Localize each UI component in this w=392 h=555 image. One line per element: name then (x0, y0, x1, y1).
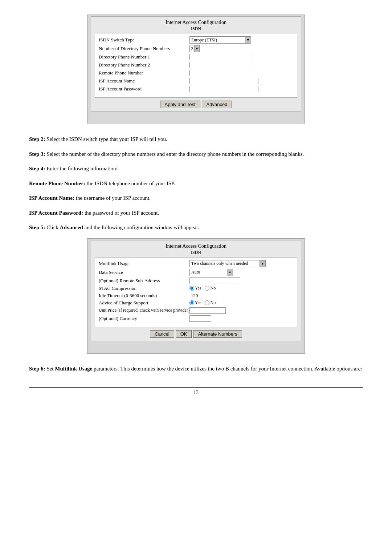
dialog2-body: Multilink Usage Two channels only when n… (95, 258, 297, 327)
step2-label: Step 2: (29, 136, 45, 142)
label-isp-name: ISP Account Name (99, 78, 189, 84)
step3-para: Step 3: Select the number of the directo… (29, 150, 363, 158)
data-service-arrow[interactable]: ▼ (227, 269, 233, 276)
label-isdn-switch: ISDN Switch Type (99, 37, 189, 43)
stac-yes-radio[interactable] (189, 286, 194, 291)
dialog1-wrapper: Internet Access Configuration ISDN ISDN … (87, 15, 305, 124)
label-stac: STAC Compression (99, 285, 189, 291)
step4-para: Step 4: Enter the following information: (29, 165, 363, 173)
isp-name-label: ISP Account Name: (29, 195, 74, 201)
step6-para: Step 6: Set Multilink Usage parameters. … (29, 365, 363, 373)
step2-para: Step 2: Select the ISDN switch type that… (29, 135, 363, 143)
label-isp-password: ISP Account Password (99, 86, 189, 92)
label-advice-charge: Advice of Charge Support (99, 300, 189, 306)
ok-button[interactable]: OK (176, 330, 192, 338)
row-currency: (Optional) Currency (99, 315, 293, 322)
dialog1-footer: Apply and Test Advanced (91, 98, 301, 111)
select-isdn-switch[interactable]: Europe (ETSI) ▼ (189, 36, 251, 44)
step3-label: Step 3: (29, 151, 45, 157)
dialog1-title: Internet Access Configuration (91, 17, 301, 26)
input-isp-password[interactable] (189, 86, 258, 92)
stac-no-radio[interactable] (205, 286, 209, 291)
label-data-service: Data Service (99, 270, 189, 275)
input-remote-phone[interactable] (189, 70, 251, 76)
dialog1: Internet Access Configuration ISDN ISDN … (91, 16, 301, 112)
advice-no-item: No (205, 300, 216, 305)
isp-password-label: ISP Account Password: (29, 210, 83, 216)
stac-radio-group: Yes No (189, 285, 216, 291)
alternate-numbers-button[interactable]: Alternate Numbers (193, 330, 242, 338)
advice-yes-item: Yes (189, 300, 201, 305)
input-unit-price[interactable] (189, 307, 226, 314)
multilink-arrow[interactable]: ▼ (260, 260, 265, 267)
stac-no-label: No (210, 285, 216, 291)
dialog2-title: Internet Access Configuration (91, 240, 301, 250)
label-multilink: Multilink Usage (99, 261, 189, 267)
step4-text: Enter the following information: (45, 166, 118, 171)
dialog2-subtitle: ISDN (91, 250, 301, 258)
num-dir-select[interactable]: 2 ▼ (189, 45, 200, 52)
advice-yes-label: Yes (195, 300, 201, 305)
step2-text: Select the ISDN switch type that your IS… (45, 136, 167, 142)
row-unit-price: Unit Price (If required, check with serv… (99, 307, 293, 314)
select-multilink[interactable]: Two channels only when needed ▼ (189, 260, 266, 267)
stac-yes-item: Yes (189, 285, 201, 291)
step5-label: Step 5: (29, 224, 45, 230)
select-data-service[interactable]: Auto ▼ (189, 269, 233, 276)
row-data-service: Data Service Auto ▼ (99, 269, 293, 276)
row-isp-name: ISP Account Name (99, 78, 293, 84)
advice-no-label: No (210, 300, 216, 305)
label-dir-phone2: Directory Phone Number 2 (99, 62, 189, 68)
step5-text: Click (45, 224, 60, 230)
cancel-button[interactable]: Cancel (150, 330, 174, 338)
row-dir-phone1: Directory Phone Number 1 (99, 54, 293, 60)
advice-no-radio[interactable] (205, 300, 209, 305)
dialog1-body: ISDN Switch Type Europe (ETSI) ▼ Number … (95, 34, 297, 98)
apply-test-button[interactable]: Apply and Test (160, 101, 200, 108)
label-num-dir: Number of Directory Phone Numbers (99, 46, 189, 52)
remote-phone-label: Remote Phone Number: (29, 181, 85, 186)
step6-multilink-label: Multilink Usage (55, 366, 92, 372)
num-dir-value: 2 (190, 46, 194, 52)
step6-text2: parameters. This determines how the devi… (92, 366, 362, 372)
step5-advanced-label: Advanced (60, 224, 83, 230)
input-remote-sub[interactable] (189, 278, 240, 284)
isp-name-para: ISP Account Name: the username of your I… (29, 194, 363, 202)
row-num-dir: Number of Directory Phone Numbers 2 ▼ (99, 45, 293, 52)
label-unit-price: Unit Price (If required, check with serv… (99, 308, 189, 313)
idle-timeout-value: 120 (191, 293, 198, 299)
step5-para: Step 5: Click Advanced and the following… (29, 223, 363, 232)
row-stac: STAC Compression Yes No (99, 285, 293, 291)
input-dir-phone1[interactable] (189, 54, 251, 60)
row-multilink: Multilink Usage Two channels only when n… (99, 260, 293, 267)
remote-phone-text: the ISDN telephone number of your ISP. (85, 181, 175, 186)
step3-text: Select the number of the directory phone… (45, 151, 304, 157)
step6-label: Step 6: (29, 366, 45, 372)
advanced-button[interactable]: Advanced (202, 101, 232, 108)
row-advice-charge: Advice of Charge Support Yes No (99, 300, 293, 306)
row-isdn-switch: ISDN Switch Type Europe (ETSI) ▼ (99, 36, 293, 44)
page-footer: 13 (29, 387, 363, 396)
dialog2-wrapper: Internet Access Configuration ISDN Multi… (87, 238, 305, 354)
isdn-switch-value: Europe (ETSI) (190, 37, 245, 43)
input-isp-name[interactable] (189, 78, 258, 84)
num-dir-arrow[interactable]: ▼ (194, 45, 199, 52)
input-dir-phone2[interactable] (189, 62, 251, 68)
isdn-switch-arrow[interactable]: ▼ (245, 37, 251, 43)
dialog2: Internet Access Configuration ISDN Multi… (91, 240, 301, 341)
input-currency[interactable] (189, 315, 211, 322)
row-remote-phone: Remote Phone Number (99, 70, 293, 76)
row-idle-timeout: Idle Timeout (0-3600 seconds) 120 (99, 293, 293, 299)
stac-no-item: No (205, 285, 216, 291)
label-remote-phone: Remote Phone Number (99, 70, 189, 76)
isp-password-text: the password of your ISP account. (83, 210, 159, 216)
step5-extra-text: and the following configuration window w… (83, 224, 199, 230)
isp-password-para: ISP Account Password: the password of yo… (29, 209, 363, 217)
label-idle-timeout: Idle Timeout (0-3600 seconds) (99, 293, 189, 299)
advice-yes-radio[interactable] (189, 300, 194, 305)
multilink-value: Two channels only when needed (190, 261, 260, 266)
data-service-value: Auto (190, 270, 227, 275)
label-dir-phone1: Directory Phone Number 1 (99, 54, 189, 60)
row-isp-password: ISP Account Password (99, 86, 293, 92)
row-dir-phone2: Directory Phone Number 2 (99, 62, 293, 68)
